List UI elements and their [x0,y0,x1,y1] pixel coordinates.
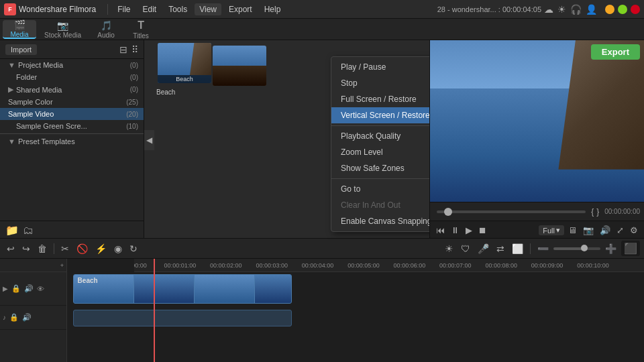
ruler-mark-3: 00:00:03:00 [256,262,288,269]
record-btn[interactable]: ◉ [111,242,125,255]
video-clip-beach[interactable]: Beach [73,274,292,304]
redo-btn[interactable]: ↪ [19,242,33,255]
sun-icon[interactable]: ☀ [557,4,566,15]
pause-btn[interactable]: ⏸ [449,224,462,237]
fullscreen-btn[interactable]: ⬛ [621,241,640,256]
audio-lock-btn[interactable]: 🔒 [9,312,19,322]
grid-icon[interactable]: ⠿ [131,44,138,55]
menu-playback-quality[interactable]: Playback Quality ▶ [331,128,429,144]
scroll-left-btn[interactable]: ◀ [144,130,154,150]
media-thumb-beach[interactable]: Beach [158,43,211,83]
add-track-icon[interactable]: + [60,262,64,269]
view-menu: Play / Pause Space Stop Ctrl+/ Full Scre… [331,56,429,232]
tree-label: Project Media [18,61,63,69]
tree-count: (0) [130,62,138,69]
zoom-out-btn[interactable]: ➖ [535,242,551,255]
sun-effect-btn[interactable]: ☀ [442,242,456,255]
play-btn[interactable]: ▶ [464,224,474,237]
undo-btn[interactable]: ↩ [4,242,17,255]
maximize-button[interactable] [618,5,627,14]
tree-project-media[interactable]: ▼ Project Media (0) [0,59,144,71]
tree-folder[interactable]: Folder (0) [0,71,144,83]
transform-btn[interactable]: ↻ [127,242,140,255]
mic-btn[interactable]: 🎤 [475,242,492,255]
tab-media[interactable]: 🎬 Media [3,20,36,39]
headphone-icon[interactable]: 🎧 [570,4,582,15]
tree-count: (0) [130,74,138,81]
frame-btn[interactable]: ⬜ [509,242,526,255]
ruler-mark-5: 00:00:05:00 [347,262,380,269]
tab-titles[interactable]: T Titles [124,20,158,39]
track-lock-btn[interactable]: 🔒 [11,284,21,294]
separator [54,243,54,254]
menu-zoom-level[interactable]: Zoom Level ▶ [331,144,429,160]
menu-stop[interactable]: Stop Ctrl+/ [331,75,429,91]
window-controls [605,5,640,14]
tree-preset-templates[interactable]: ▼ Preset Templates [0,135,144,147]
zoom-slider[interactable] [553,247,600,250]
tab-audio[interactable]: 🎵 Audio [89,20,123,39]
export-button[interactable]: Export [591,44,640,60]
menu-view[interactable]: View [195,3,221,15]
new-folder-icon[interactable]: 🗂 [23,225,34,237]
stop-btn[interactable]: ⏹ [476,224,489,237]
tab-stock-media[interactable]: 📷 Stock Media [38,20,88,39]
arrow-icon: ▼ [8,137,15,145]
menu-vertical-screen[interactable]: Vertical Screen / Restore [331,107,429,123]
menu-show-safe-zones[interactable]: Show Safe Zones [331,160,429,176]
menu-tools[interactable]: Tools [164,3,192,15]
media-thumb-dark[interactable] [213,46,266,86]
track-mute-btn[interactable]: 🔊 [23,284,34,294]
expand-icon[interactable]: ⤢ [614,224,626,237]
zoom-in-btn[interactable]: ➕ [602,242,619,255]
screen-icon[interactable]: 🖥 [566,224,579,237]
playhead[interactable] [154,259,155,362]
menu-go-to[interactable]: Go to ▶ [331,181,429,197]
menu-play-pause[interactable]: Play / Pause Space [331,59,429,75]
import-button[interactable]: Import [5,44,37,55]
speed-btn[interactable]: ⚡ [93,242,109,255]
quality-button[interactable]: Full ▾ [539,225,564,235]
transition-btn[interactable]: ⇄ [494,242,507,255]
camera-icon[interactable]: 📷 [581,224,596,237]
preview-progress-bar[interactable] [437,210,586,213]
add-folder-icon[interactable]: 📁 [5,224,19,237]
menu-file[interactable]: File [113,3,135,15]
clip-thumb-4 [255,275,292,303]
tree-shared-media[interactable]: ▶ Shared Media (0) [0,83,144,96]
menu-canvas-snapping[interactable]: Enable Canvas Snapping [331,213,429,229]
filter-icon[interactable]: ⊟ [119,44,127,55]
volume-icon[interactable]: 🔊 [598,224,612,237]
audio-mute-btn[interactable]: 🔊 [21,312,32,322]
minimize-button[interactable] [605,5,614,14]
ruler-mark-9: 00:00:09:00 [531,262,564,269]
audio-icon: 🎵 [101,20,112,31]
timeline-tracks-area: + ▶ 🔒 🔊 👁 ♪ 🔒 🔊 00:0 [0,259,644,362]
shield-btn[interactable]: 🛡 [458,242,473,255]
audio-clip[interactable] [73,310,292,326]
crop-btn[interactable]: 🚫 [74,242,91,255]
menu-separator-2 [331,178,429,179]
tree-sample-color[interactable]: Sample Color (25) [0,96,144,108]
zoom-thumb[interactable] [581,245,588,251]
tree-sample-green[interactable]: Sample Green Scre... (10) [0,120,144,132]
progress-thumb[interactable] [444,208,452,216]
preview-toolbar: ⏮ ⏸ ▶ ⏹ Full ▾ 🖥 📷 🔊 ⤢ ⚙ [430,221,644,239]
settings-icon[interactable]: ⚙ [628,224,640,237]
cloud-icon[interactable]: ☁ [544,4,553,15]
delete-btn[interactable]: 🗑 [35,242,50,255]
track-eye-btn[interactable]: 👁 [36,284,45,294]
menu-separator-1 [331,125,429,126]
menu-export[interactable]: Export [224,3,257,15]
tree-sample-video[interactable]: Sample Video (20) [0,108,144,120]
menu-fullscreen[interactable]: Full Screen / Restore Alt+Enter [331,91,429,107]
close-button[interactable] [631,5,640,14]
menu-edit[interactable]: Edit [138,3,162,15]
user-icon[interactable]: 👤 [586,4,597,15]
cut-btn[interactable]: ✂ [58,242,72,255]
menu-help[interactable]: Help [260,3,286,15]
tree-label: Preset Templates [18,137,75,145]
prev-frame-btn[interactable]: ⏮ [434,224,447,237]
panel-toolbar: Import ⊟ ⠿ [0,40,144,59]
separator [530,243,531,254]
